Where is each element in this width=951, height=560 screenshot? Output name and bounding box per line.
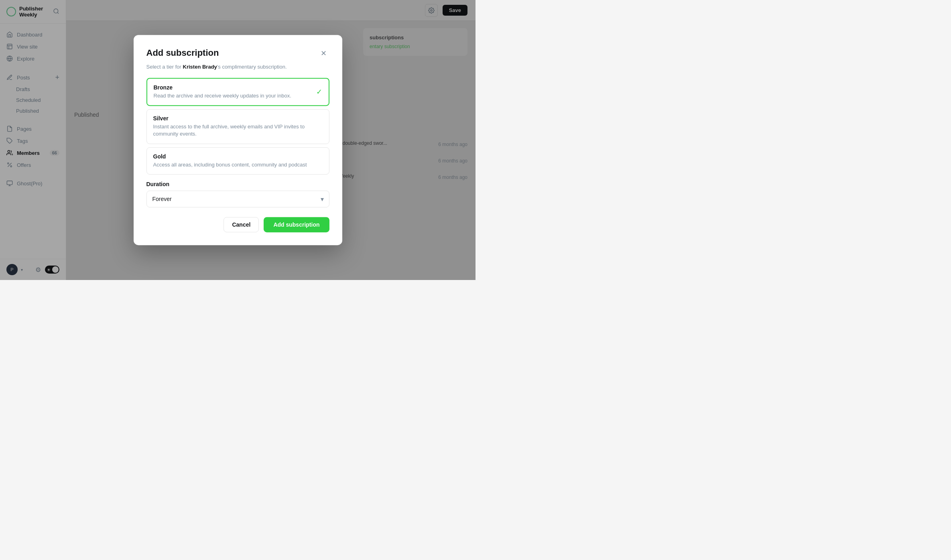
duration-select[interactable]: Forever 1 year 1 month (146, 191, 329, 207)
tier-options: Bronze Read the archive and receive week… (146, 78, 329, 174)
duration-select-wrapper: Forever 1 year 1 month ▾ (146, 191, 329, 207)
tier-desc-bronze: Read the archive and receive weekly upda… (154, 92, 322, 99)
modal-subtitle: Select a tier for Kristen Brady's compli… (146, 64, 329, 70)
tier-name-gold: Gold (153, 153, 323, 160)
modal-user-name: Kristen Brady (183, 64, 217, 70)
tier-desc-silver: Instant access to the full archive, week… (153, 123, 323, 138)
cancel-button[interactable]: Cancel (224, 217, 259, 232)
modal-close-button[interactable]: ✕ (318, 48, 329, 59)
tier-name-bronze: Bronze (154, 84, 322, 91)
duration-label: Duration (146, 181, 329, 187)
tier-option-bronze[interactable]: Bronze Read the archive and receive week… (146, 78, 329, 106)
add-subscription-button[interactable]: Add subscription (264, 217, 329, 232)
add-subscription-modal: Add subscription ✕ Select a tier for Kri… (134, 35, 342, 245)
modal-header: Add subscription ✕ (146, 48, 329, 59)
tier-option-gold[interactable]: Gold Access all areas, including bonus c… (146, 147, 329, 174)
tier-check-bronze: ✓ (316, 87, 322, 96)
tier-option-silver[interactable]: Silver Instant access to the full archiv… (146, 109, 329, 144)
modal-title: Add subscription (146, 48, 219, 58)
tier-name-silver: Silver (153, 115, 323, 122)
modal-buttons: Cancel Add subscription (146, 217, 329, 232)
tier-desc-gold: Access all areas, including bonus conten… (153, 161, 323, 168)
